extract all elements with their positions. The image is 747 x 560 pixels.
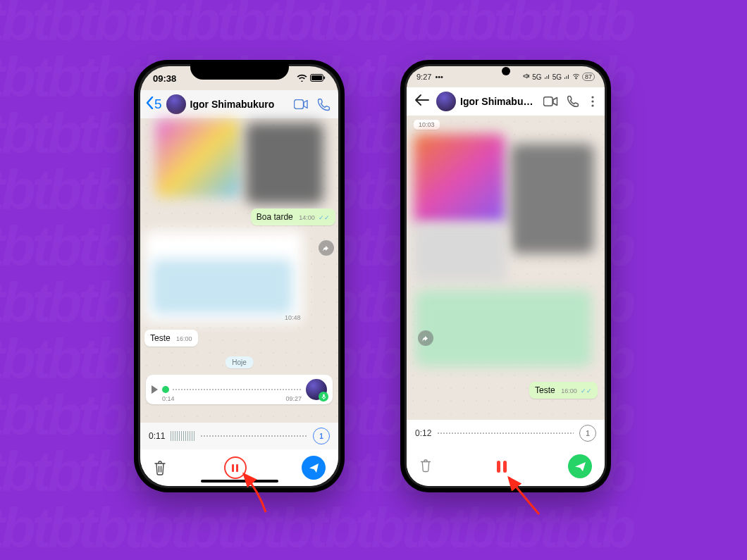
recording-elapsed: 0:12 (415, 428, 431, 438)
iphone-notch (190, 60, 289, 80)
svg-point-6 (591, 96, 593, 98)
voice-call-button[interactable] (564, 92, 582, 111)
playback-rate-button[interactable]: 1 (579, 425, 596, 442)
battery-icon (310, 73, 326, 84)
camera-punch-hole (502, 67, 510, 75)
message-text: Teste (150, 333, 171, 343)
message-bubble-outgoing[interactable]: Boa tarde 14:00 ✓✓ (251, 209, 335, 225)
message-time: 14:00 (299, 214, 315, 221)
wifi-icon (572, 73, 580, 81)
contact-avatar[interactable] (166, 94, 186, 114)
svg-point-8 (591, 104, 593, 106)
message-time: 16:00 (176, 335, 192, 342)
chat-header: Igor Shimabukuro (407, 87, 605, 116)
contact-name[interactable]: Igor Shimabukuro (190, 99, 288, 110)
svg-rect-3 (294, 100, 303, 109)
svg-rect-5 (543, 97, 552, 106)
timestamp-chip: 10:03 (414, 120, 440, 130)
svg-rect-1 (311, 75, 322, 80)
chat-scroll-area[interactable]: 10:03 Teste 16:00 ✓✓ (407, 116, 605, 418)
message-bubble-incoming[interactable]: Teste 16:00 (144, 330, 198, 347)
more-icon: ••• (435, 73, 443, 81)
date-separator: Hoje (225, 356, 254, 368)
iphone-device-frame: 09:38 5 Igor Shimabukuro (134, 60, 345, 492)
network-label: 5G (532, 73, 541, 81)
message-text: Boa tarde (257, 212, 293, 222)
svg-point-7 (591, 100, 593, 102)
wifi-icon (297, 73, 307, 84)
waveform-icon (171, 431, 195, 441)
message-time: 16:00 (561, 387, 577, 394)
play-icon[interactable] (152, 385, 158, 394)
video-call-button[interactable] (292, 95, 310, 113)
forward-icon[interactable] (319, 240, 334, 256)
message-bubble-outgoing[interactable]: Teste 16:00 ✓✓ (529, 382, 598, 399)
microphone-badge-icon (319, 392, 328, 402)
mute-icon (523, 73, 530, 81)
read-receipt-icon: ✓✓ (319, 214, 330, 221)
playback-rate-button[interactable]: 1 (313, 428, 330, 444)
trash-button[interactable] (153, 460, 168, 475)
signal-icon (564, 73, 570, 81)
recording-status-bar: 0:11 1 (140, 423, 338, 449)
status-time: 09:38 (153, 73, 176, 84)
send-button[interactable] (568, 454, 592, 478)
waveform-track[interactable] (437, 430, 574, 437)
signal-icon (544, 73, 550, 81)
waveform-icon[interactable]: 0:14 09:27 (162, 382, 302, 397)
read-receipt-icon: ✓✓ (581, 387, 592, 394)
trash-button[interactable] (419, 459, 435, 474)
unread-count: 5 (154, 97, 162, 112)
android-device-frame: 9:27 ••• 5G 5G 87 Igor (400, 60, 611, 492)
contact-name[interactable]: Igor Shimabukuro (460, 96, 537, 107)
voice-message-preview[interactable]: 0:14 09:27 (146, 375, 333, 404)
battery-pill: 87 (582, 73, 595, 81)
message-text: Teste (535, 385, 555, 395)
voice-sender-avatar (306, 379, 327, 400)
contact-avatar[interactable] (436, 92, 456, 111)
annotation-arrow (234, 470, 276, 522)
chat-scroll-area[interactable]: Boa tarde 14:00 ✓✓ 10:48 Teste 16:00 (140, 118, 338, 420)
back-button[interactable] (412, 92, 432, 111)
voice-sent-time: 09:27 (285, 395, 302, 402)
svg-rect-2 (324, 76, 326, 79)
waveform-track[interactable] (200, 433, 307, 440)
annotation-arrow (500, 473, 550, 525)
recording-status-bar: 0:12 1 (407, 420, 605, 447)
chevron-left-icon (146, 97, 154, 113)
network-label: 5G (552, 73, 562, 81)
svg-rect-4 (323, 394, 324, 397)
forward-icon[interactable] (418, 330, 433, 346)
send-button[interactable] (302, 456, 326, 480)
status-time: 9:27 (416, 73, 431, 81)
overflow-menu-button[interactable] (586, 92, 599, 111)
video-call-button[interactable] (541, 92, 560, 111)
chat-header: 5 Igor Shimabukuro (140, 90, 338, 119)
voice-call-button[interactable] (314, 95, 333, 113)
voice-elapsed: 0:14 (162, 395, 175, 402)
back-button[interactable]: 5 (146, 97, 162, 113)
recording-elapsed: 0:11 (149, 431, 165, 441)
